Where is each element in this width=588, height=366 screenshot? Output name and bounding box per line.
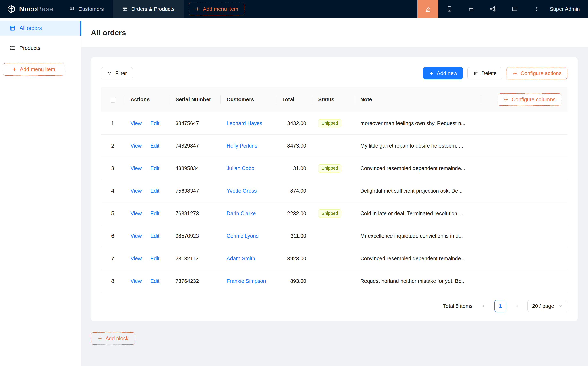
nav-item-label: Orders & Products	[131, 6, 174, 12]
view-link[interactable]: View	[130, 278, 142, 284]
header-spacer	[250, 0, 418, 18]
ui-editor-toggle[interactable]	[417, 0, 438, 18]
add-block-button[interactable]: Add block	[91, 332, 135, 345]
row-index: 4	[101, 180, 124, 202]
nav-item-customers[interactable]: Customers	[60, 0, 113, 18]
content-area: Filter Add new	[81, 47, 588, 366]
customer-cell: Holly Perkins	[221, 135, 276, 157]
more-button[interactable]	[526, 0, 547, 18]
configure-actions-label: Configure actions	[520, 70, 562, 76]
pagination-total: Total 8 items	[443, 303, 472, 309]
customer-link[interactable]: Frankie Simpson	[226, 278, 266, 284]
toolbar-right: Add new Delete	[423, 67, 567, 79]
row-actions: ViewEdit	[124, 112, 169, 134]
row-index: 5	[101, 202, 124, 225]
view-link[interactable]: View	[130, 188, 142, 194]
table-row: 8 ViewEdit 73764232 Frankie Simpson 893.…	[101, 270, 567, 292]
view-link[interactable]: View	[130, 256, 142, 261]
customer-link[interactable]: Holly Perkins	[226, 143, 257, 149]
view-link[interactable]: View	[130, 165, 142, 171]
total-cell: 3432.00	[276, 112, 312, 134]
nav-item-label: Customers	[78, 6, 104, 12]
filter-label: Filter	[115, 70, 127, 76]
view-link[interactable]: View	[130, 210, 142, 216]
edit-link[interactable]: Edit	[150, 210, 159, 216]
row-index: 3	[101, 157, 124, 180]
logo-icon	[7, 5, 16, 14]
status-cell	[312, 270, 354, 292]
customer-link[interactable]: Leonard Hayes	[226, 120, 262, 126]
status-cell: Shipped	[312, 112, 354, 134]
add-menu-item-label: Add menu item	[20, 66, 55, 72]
edit-link[interactable]: Edit	[150, 256, 159, 261]
view-link[interactable]: View	[130, 120, 142, 126]
plus-icon	[98, 336, 102, 341]
sidebar-add-menu-item-button[interactable]: Add menu item	[3, 63, 64, 76]
customer-cell: Julian Cobb	[221, 157, 276, 180]
sidebar-item-all-orders[interactable]: All orders	[0, 21, 81, 36]
highlighter-icon	[425, 6, 431, 12]
sidebar-item-label: Products	[19, 45, 40, 51]
edit-link[interactable]: Edit	[150, 233, 159, 239]
note-cell: Delightful met sufficient projection ask…	[354, 180, 481, 202]
edit-link[interactable]: Edit	[150, 165, 159, 171]
customer-link[interactable]: Adam Smith	[226, 256, 255, 261]
nav-item-orders-products[interactable]: Orders & Products	[113, 0, 184, 18]
edit-link[interactable]: Edit	[150, 143, 159, 149]
customer-cell: Adam Smith	[221, 247, 276, 270]
action-divider	[146, 144, 146, 149]
row-actions: ViewEdit	[124, 247, 169, 270]
page-header: All orders	[81, 18, 588, 47]
serial-cell: 43895834	[169, 157, 220, 180]
lock-button[interactable]	[460, 0, 482, 18]
view-link[interactable]: View	[130, 233, 142, 239]
total-cell: 3923.00	[276, 247, 312, 270]
total-cell: 893.00	[276, 270, 312, 292]
table-icon	[122, 6, 128, 12]
edit-link[interactable]: Edit	[150, 278, 159, 284]
api-button[interactable]	[482, 0, 504, 18]
select-all-checkbox[interactable]	[110, 97, 116, 103]
customer-link[interactable]: Darin Clarke	[226, 210, 256, 216]
configure-actions-button[interactable]: Configure actions	[506, 67, 567, 79]
table-header-row: Actions Serial Number Customers Total St…	[101, 87, 567, 112]
row-actions: ViewEdit	[124, 135, 169, 157]
page-number-button[interactable]: 1	[494, 300, 506, 312]
nocobase-logo[interactable]: NocoBase	[0, 0, 60, 18]
trash-icon	[473, 71, 478, 76]
edit-link[interactable]: Edit	[150, 188, 159, 194]
action-divider	[146, 211, 146, 216]
filter-button[interactable]: Filter	[101, 67, 133, 79]
empty-cell	[481, 157, 567, 180]
delete-button[interactable]: Delete	[467, 67, 503, 79]
layout-button[interactable]	[504, 0, 526, 18]
total-cell: 2232.00	[276, 202, 312, 225]
list-icon	[9, 45, 15, 51]
serial-cell: 98570923	[169, 225, 220, 247]
status-cell	[312, 225, 354, 247]
note-cell: Convinced resembled dependent remainde..…	[354, 247, 481, 270]
main-area: All orders Filter	[81, 18, 588, 366]
gear-icon	[513, 71, 518, 76]
add-block-label: Add block	[105, 336, 128, 341]
header-add-menu-item-button[interactable]: Add menu item	[189, 3, 244, 15]
sidebar-item-label: All orders	[19, 25, 42, 31]
customer-link[interactable]: Julian Cobb	[226, 165, 255, 171]
sidebar-item-products[interactable]: Products	[0, 41, 81, 55]
add-new-button[interactable]: Add new	[423, 67, 463, 79]
page-title: All orders	[91, 29, 126, 37]
next-page-button[interactable]	[511, 300, 523, 312]
customer-link[interactable]: Connie Lyons	[226, 233, 259, 239]
table-row: 5 ViewEdit 76381273 Darin Clarke 2232.00…	[101, 202, 567, 225]
user-menu[interactable]: Super Admin	[547, 0, 588, 18]
edit-link[interactable]: Edit	[150, 120, 159, 126]
prev-page-button[interactable]	[478, 300, 490, 312]
page-size-select[interactable]: 20 / page	[527, 300, 567, 312]
mobile-button[interactable]	[438, 0, 460, 18]
delete-label: Delete	[481, 70, 497, 76]
configure-columns-button[interactable]: Configure columns	[498, 93, 561, 106]
chevron-left-icon	[482, 304, 486, 308]
customer-link[interactable]: Yvette Gross	[226, 188, 257, 194]
customer-cell: Leonard Hayes	[221, 112, 276, 134]
view-link[interactable]: View	[130, 143, 142, 149]
